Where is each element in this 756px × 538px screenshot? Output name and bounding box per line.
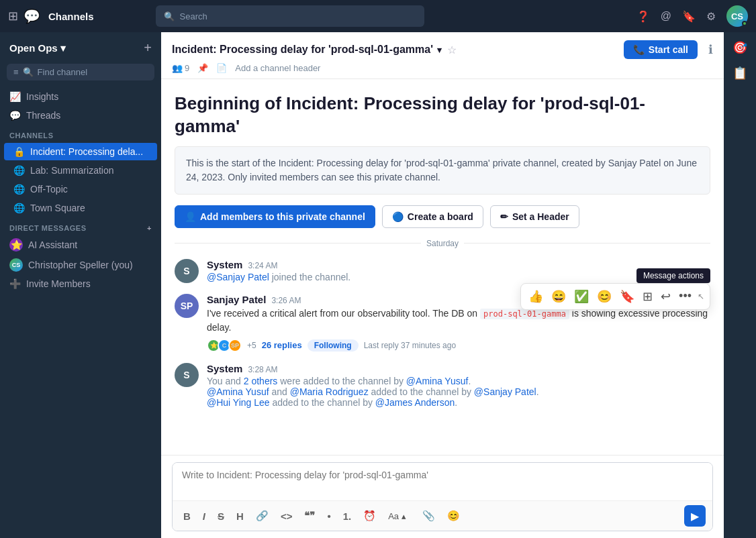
link-button[interactable]: 🔗 bbox=[252, 508, 273, 524]
help-icon[interactable]: ❓ bbox=[636, 10, 650, 23]
bookmark-icon[interactable]: 🔖 bbox=[682, 10, 696, 23]
dm-add-btn[interactable]: + bbox=[147, 224, 152, 232]
emoji-picker-button[interactable]: 😊 bbox=[443, 508, 464, 524]
online-dot bbox=[742, 21, 747, 26]
attach-button[interactable]: 📎 bbox=[418, 508, 439, 524]
mention-maria[interactable]: @Maria Rodriguez bbox=[290, 386, 369, 397]
grid-icon[interactable]: ⊞ bbox=[8, 9, 18, 23]
members-icon: 👥 bbox=[172, 63, 183, 73]
find-channel-bar[interactable]: ≡ 🔍 Find channel bbox=[7, 64, 154, 80]
star-icon[interactable]: ☆ bbox=[447, 44, 457, 56]
quote-button[interactable]: ❝❞ bbox=[300, 508, 319, 524]
dropdown-icon[interactable]: ▾ bbox=[437, 45, 442, 55]
mention-hui[interactable]: @Hui Ying Lee bbox=[207, 397, 270, 408]
threads-icon: 💬 bbox=[9, 110, 21, 121]
more-icon[interactable]: ••• bbox=[675, 286, 695, 306]
right-sidebar: 🎯 📋 bbox=[724, 32, 756, 538]
mention-2-others[interactable]: 2 others bbox=[244, 376, 278, 386]
doc-icon[interactable]: 📄 bbox=[216, 63, 227, 73]
reply-count[interactable]: 26 replies bbox=[262, 340, 302, 350]
message-author-1: System bbox=[207, 259, 242, 270]
heading-button[interactable]: H bbox=[232, 508, 248, 524]
channels-section-header: CHANNELS bbox=[0, 125, 161, 142]
message-header-3: System 3:28 AM bbox=[207, 363, 710, 374]
message-time-1: 3:24 AM bbox=[248, 261, 277, 270]
add-members-button[interactable]: 👤 Add members to this private channel bbox=[175, 205, 375, 228]
sidebar-channel-town-square[interactable]: 🌐 Town Square bbox=[4, 199, 157, 217]
following-badge[interactable]: Following bbox=[308, 339, 359, 352]
bullet-list-button[interactable]: • bbox=[323, 508, 334, 524]
search-icon: 🔍 bbox=[164, 11, 175, 21]
apps-icon[interactable]: ⊞ bbox=[639, 286, 656, 307]
lock-icon: 🔒 bbox=[13, 146, 25, 157]
at-icon[interactable]: @ bbox=[661, 10, 671, 22]
code-button[interactable]: <> bbox=[277, 508, 297, 524]
avatar[interactable]: CS bbox=[726, 5, 748, 27]
message-actions-tooltip: Message actions bbox=[636, 268, 710, 283]
time-button[interactable]: ⏰ bbox=[359, 508, 380, 524]
dm-section-label: DIRECT MESSAGES bbox=[9, 224, 87, 232]
numbered-list-button[interactable]: 1. bbox=[339, 508, 356, 524]
bookmark-action-icon[interactable]: 🔖 bbox=[616, 286, 638, 307]
mention-sanjay[interactable]: @Sanjay Patel bbox=[207, 272, 269, 282]
settings-icon[interactable]: ⚙ bbox=[706, 10, 716, 23]
message-author-3: System bbox=[207, 363, 242, 374]
mention-james[interactable]: @James Anderson bbox=[375, 397, 455, 408]
pinned-icon[interactable]: 📌 bbox=[197, 63, 208, 73]
italic-button[interactable]: I bbox=[199, 508, 209, 524]
mention-amina-2[interactable]: @Amina Yusuf bbox=[207, 386, 269, 397]
workspace-name[interactable]: Open Ops ▾ bbox=[9, 42, 66, 54]
add-header-label[interactable]: Add a channel header bbox=[235, 63, 320, 73]
reply-avatar-3: SP bbox=[228, 339, 242, 352]
font-size-button[interactable]: Aa ▴ bbox=[384, 509, 410, 523]
target-icon[interactable]: 🎯 bbox=[733, 40, 747, 55]
message-input-area: B I S H 🔗 <> ❝❞ • 1. ⏰ Aa ▴ 📎 😊 ▶ bbox=[161, 455, 724, 538]
mention-amina-1[interactable]: @Amina Yusuf bbox=[406, 376, 469, 386]
mention-sanjay-2[interactable]: @Sanjay Patel bbox=[474, 386, 536, 397]
find-channel-placeholder: Find channel bbox=[38, 67, 87, 77]
dm-christopher[interactable]: CS Christopher Speller (you) bbox=[0, 255, 161, 275]
send-button[interactable]: ▶ bbox=[684, 505, 706, 527]
reply-icon[interactable]: ↩ bbox=[657, 286, 674, 307]
dm-section-header: DIRECT MESSAGES + bbox=[0, 217, 161, 235]
avatar-initials: CS bbox=[731, 11, 743, 21]
add-members-label: Add members to this private channel bbox=[200, 211, 365, 222]
message-toolbar: B I S H 🔗 <> ❝❞ • 1. ⏰ Aa ▴ 📎 😊 ▶ bbox=[173, 500, 712, 531]
create-board-button[interactable]: 🔵 Create a board bbox=[382, 205, 483, 228]
message-input[interactable] bbox=[173, 463, 712, 498]
sidebar-item-threads[interactable]: 💬 Threads bbox=[0, 106, 161, 125]
emoji-icon[interactable]: 😊 bbox=[594, 286, 615, 307]
clipboard-icon[interactable]: 📋 bbox=[733, 66, 747, 80]
plus-icon: ➕ bbox=[9, 278, 21, 289]
channel-title-text: Incident: Processing delay for 'prod-sql… bbox=[172, 44, 433, 56]
day-divider: Saturday bbox=[175, 239, 710, 248]
reactions-replies: ⭐ C SP +5 26 replies Following Last repl… bbox=[207, 339, 710, 352]
thumbs-up-icon[interactable]: 👍 bbox=[525, 286, 547, 307]
sidebar-channel-lab[interactable]: 🌐 Lab: Summarization bbox=[4, 162, 157, 179]
channel-beginning: Beginning of Incident: Processing delay … bbox=[175, 93, 710, 195]
globe-icon-2: 🌐 bbox=[13, 184, 25, 195]
last-reply-text: Last reply 37 minutes ago bbox=[364, 341, 456, 350]
set-header-icon: ✏ bbox=[500, 211, 508, 222]
invite-members-item[interactable]: ➕ Invite Members bbox=[0, 275, 161, 292]
sidebar-channel-off-topic[interactable]: 🌐 Off-Topic bbox=[4, 180, 157, 198]
sidebar-channel-incident[interactable]: 🔒 Incident: Processing dela... bbox=[4, 143, 157, 160]
bold-button[interactable]: B bbox=[179, 508, 195, 524]
start-call-button[interactable]: 📞 Start call bbox=[624, 40, 698, 59]
smile-icon[interactable]: 😄 bbox=[548, 286, 569, 307]
dm-ai-assistant[interactable]: ⭐ AI Assistant bbox=[0, 235, 161, 255]
top-nav: ⊞ 💬 Channels 🔍 Search ❓ @ 🔖 ⚙ CS bbox=[0, 0, 756, 32]
nav-left: ⊞ 💬 Channels bbox=[8, 8, 94, 24]
search-bar[interactable]: 🔍 Search bbox=[156, 5, 424, 27]
channel-header: Incident: Processing delay for 'prod-sql… bbox=[161, 32, 724, 79]
sidebar-add-btn[interactable]: + bbox=[144, 40, 152, 56]
sidebar-item-insights[interactable]: 📈 Insights bbox=[0, 87, 161, 106]
ai-avatar: ⭐ bbox=[9, 238, 23, 252]
info-icon[interactable]: ℹ bbox=[708, 42, 713, 57]
set-header-button[interactable]: ✏ Set a Header bbox=[490, 205, 579, 228]
phone-icon: 📞 bbox=[633, 44, 645, 55]
strikethrough-button[interactable]: S bbox=[214, 508, 228, 524]
check-icon[interactable]: ✅ bbox=[571, 286, 592, 307]
reply-avatars: ⭐ C SP bbox=[207, 339, 239, 352]
message-input-box: B I S H 🔗 <> ❝❞ • 1. ⏰ Aa ▴ 📎 😊 ▶ bbox=[172, 462, 713, 531]
